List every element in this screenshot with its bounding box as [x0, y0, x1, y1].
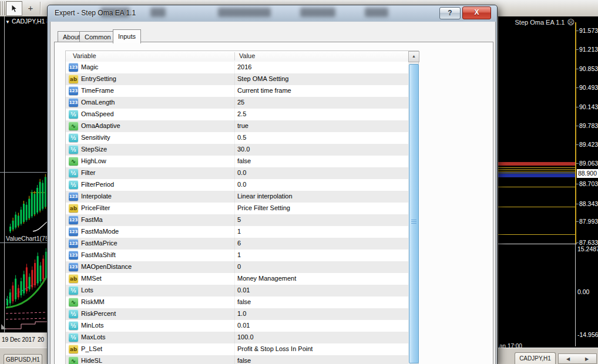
param-row[interactable]: 123MAOpenDistance0 [66, 261, 409, 273]
param-value[interactable]: false [237, 157, 251, 164]
param-row[interactable]: 123FastMaShift1 [66, 250, 409, 261]
time-axis: 19 Dec 2017 20 [0, 332, 48, 348]
param-value[interactable]: 100.0 [237, 333, 254, 341]
param-value[interactable]: Linear interpolation [237, 193, 293, 200]
scroll-left-icon[interactable]: ◀ [566, 356, 570, 362]
str-type-icon: ab [69, 204, 78, 213]
help-button[interactable]: ? [439, 7, 461, 19]
scrollbar-up-button[interactable]: ▲ [408, 51, 419, 62]
scrollbar-thumb[interactable] [409, 64, 419, 363]
param-row[interactable]: abP_LSetProfit & Stop Loss In Point [66, 343, 409, 355]
param-row[interactable]: 123FastMa5 [66, 214, 409, 226]
param-row[interactable]: abEntrySettingStep OMA Setting [66, 73, 409, 85]
param-row[interactable]: 123TimeFrameCurrent time frame [66, 85, 409, 97]
expert-properties-dialog: Expert - Step Oma EA 1.1 ? X About Commo… [47, 5, 498, 364]
param-row[interactable]: ½RiskPercent1.0 [66, 308, 409, 320]
param-value[interactable]: false [237, 298, 251, 305]
tab-inputs[interactable]: Inputs [113, 29, 141, 43]
subwindow-divider[interactable] [498, 244, 577, 244]
param-name: Interpolate [81, 193, 112, 200]
param-value[interactable]: 1.0 [237, 310, 246, 317]
table-scrollbar[interactable]: ▲ [408, 50, 419, 364]
fib-zone-red [498, 162, 575, 166]
int-type-icon: 123 [69, 227, 78, 236]
param-value[interactable]: 6 [237, 240, 241, 247]
param-value[interactable]: Price Filter Setting [237, 204, 290, 211]
dbl-type-icon: ½ [69, 180, 78, 189]
param-row[interactable]: ∿RiskMMfalse [66, 296, 409, 308]
fib-line [498, 234, 575, 235]
param-row[interactable]: ½Lots0.01 [66, 285, 409, 296]
param-row[interactable]: ∿OmaAdaptivetrue [66, 120, 409, 132]
int-type-icon: 123 [69, 98, 78, 107]
param-row[interactable]: ∿HideSLfalse [66, 355, 409, 364]
param-value[interactable]: 25 [237, 99, 244, 106]
param-row[interactable]: ∿HighLowfalse [66, 156, 409, 167]
int-type-icon: 123 [69, 251, 78, 259]
param-value[interactable]: Profit & Stop Loss In Point [237, 345, 313, 352]
param-value[interactable]: false [237, 357, 251, 364]
price-tick-label: 89.063 [579, 160, 598, 167]
param-value[interactable]: 0.0 [237, 169, 246, 176]
param-row[interactable]: abMMSetMoney Management [66, 273, 409, 285]
toolbar-gripper[interactable] [1, 1, 5, 15]
param-value[interactable]: 1 [237, 251, 241, 258]
param-value[interactable]: 0.01 [237, 287, 250, 294]
cursor-tool-button[interactable] [6, 1, 22, 16]
close-button[interactable]: X [462, 6, 491, 19]
param-name: OmaAdaptive [81, 122, 120, 129]
str-type-icon: ab [69, 75, 78, 83]
param-row[interactable]: ½MaxLots100.0 [66, 332, 409, 343]
param-row[interactable]: ½OmaSpeed2.5 [66, 109, 409, 120]
param-value[interactable]: 2016 [237, 63, 251, 70]
param-row[interactable]: abPriceFilterPrice Filter Setting [66, 203, 409, 214]
param-row[interactable]: ½MinLots0.01 [66, 320, 409, 332]
column-header-value[interactable]: Value [239, 52, 255, 59]
dbl-type-icon: ½ [69, 321, 78, 330]
param-value[interactable]: 0.5 [237, 134, 246, 141]
bool-type-icon: ∿ [69, 157, 78, 166]
chart-symbol-header[interactable]: ▼CADJPY,H1 8 [5, 18, 50, 25]
param-row[interactable]: 123FastMaPrice6 [66, 238, 409, 250]
chart-tab-gbpusd[interactable]: GBPUSD,H1 [4, 354, 42, 364]
ea-smiley-icon[interactable]: ☹ [567, 18, 575, 26]
param-value[interactable]: 1 [237, 228, 241, 235]
chart-tab-cadjpy[interactable]: CADJPY,H1 [515, 352, 556, 364]
scroll-right-icon[interactable]: ▶ [585, 356, 589, 362]
param-value[interactable]: 5 [237, 216, 241, 223]
price-tick-label: 90.853 [579, 65, 598, 72]
param-value[interactable]: 0 [237, 263, 241, 270]
window-resize-gripper[interactable] [1, 324, 6, 329]
param-name: Filter [81, 169, 95, 176]
param-value[interactable]: Step OMA Setting [237, 75, 288, 82]
param-row[interactable]: 123FastMaMode1 [66, 226, 409, 238]
param-name: P_LSet [81, 345, 102, 352]
param-value[interactable]: Money Management [237, 275, 296, 282]
param-name: HighLow [81, 157, 106, 164]
fib-zone-blue [498, 174, 575, 177]
param-value[interactable]: 0.0 [237, 181, 246, 188]
param-row[interactable]: 123Magic2016 [66, 62, 409, 73]
param-value[interactable]: 30.0 [237, 146, 250, 153]
param-row[interactable]: 123InterpolateLinear interpolation [66, 191, 409, 203]
table-header: Variable Value [66, 51, 409, 62]
param-row[interactable]: ½StepSize30.0 [66, 144, 409, 156]
param-value[interactable]: 2.5 [237, 110, 246, 117]
param-name: MaxLots [81, 333, 106, 341]
price-tick-label: 91.573 [579, 27, 598, 34]
column-header-variable[interactable]: Variable [73, 52, 96, 59]
param-value[interactable]: 0.01 [237, 322, 250, 329]
param-name: FilterPeriod [81, 181, 114, 188]
price-tick-label: 91.213 [579, 46, 598, 53]
param-row[interactable]: ½Sensitivity0.5 [66, 132, 409, 144]
param-value[interactable]: true [237, 122, 248, 129]
param-name: FastMa [81, 216, 103, 223]
param-value[interactable]: Current time frame [237, 87, 291, 94]
column-separator[interactable] [234, 52, 235, 60]
crosshair-tool-button[interactable]: + [23, 1, 38, 15]
dialog-title[interactable]: Expert - Step Oma EA 1.1 [55, 5, 136, 22]
param-row[interactable]: 123OmaLength25 [66, 97, 409, 109]
param-row[interactable]: ½FilterPeriod0.0 [66, 179, 409, 191]
param-row[interactable]: ½Filter0.0 [66, 167, 409, 179]
param-name: OmaLength [81, 99, 115, 106]
